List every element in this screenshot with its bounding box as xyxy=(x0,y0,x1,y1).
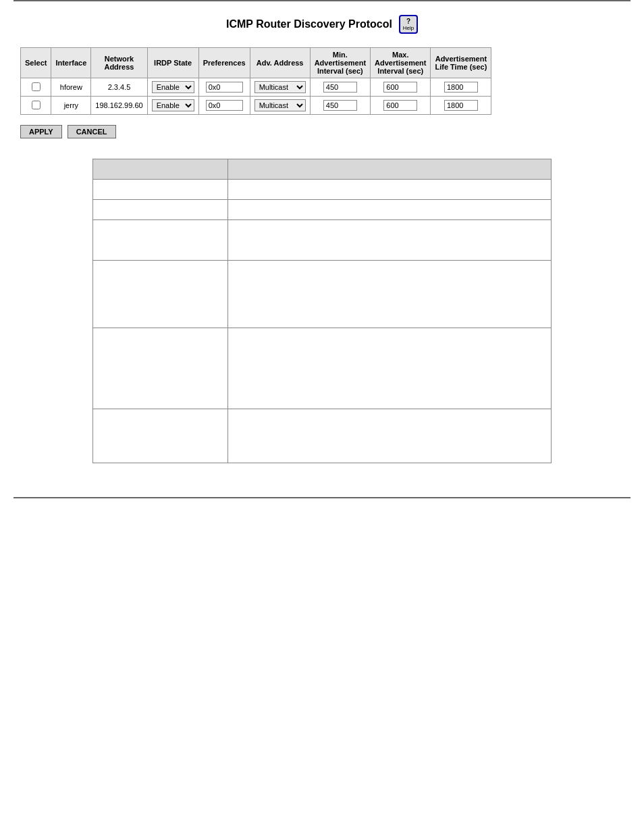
desc-table-row xyxy=(93,409,552,463)
col-header-adv-address: Adv. Address xyxy=(250,48,310,78)
col-header-network-address: NetworkAddress xyxy=(91,48,147,78)
desc-table-row xyxy=(93,220,552,261)
min-interval-input-0[interactable] xyxy=(323,82,357,93)
desc-table-row xyxy=(93,328,552,409)
network-address-cell: 198.162.99.60 xyxy=(91,97,147,115)
preferences-input-1[interactable] xyxy=(206,100,243,111)
preferences-input-0[interactable] xyxy=(206,82,243,93)
apply-button[interactable]: APPLY xyxy=(20,125,62,138)
max-interval-input-0[interactable] xyxy=(383,82,417,93)
irdp-state-select-1[interactable]: EnableDisable xyxy=(152,99,194,111)
description-table xyxy=(92,159,552,463)
min-interval-input-1[interactable] xyxy=(323,100,357,111)
desc-table-row xyxy=(93,200,552,220)
desc-table-row xyxy=(93,261,552,328)
col-header-interface: Interface xyxy=(51,48,91,78)
select-checkbox-0[interactable] xyxy=(32,82,41,91)
cancel-button[interactable]: CANCEL xyxy=(68,125,116,138)
irdp-state-select-0[interactable]: EnableDisable xyxy=(152,81,194,93)
interface-cell: jerry xyxy=(51,97,91,115)
select-checkbox-1[interactable] xyxy=(32,101,41,109)
col-header-max-interval: Max.AdvertisementInterval (sec) xyxy=(371,48,431,78)
help-icon[interactable]: ? Help xyxy=(399,15,418,34)
action-buttons: APPLY CANCEL xyxy=(20,125,624,138)
page-title: ICMP Router Discovery Protocol xyxy=(226,18,392,30)
adv-address-select-0[interactable]: MulticastBroadcast xyxy=(254,81,306,93)
interface-cell: hforew xyxy=(51,78,91,97)
col-header-life-time: AdvertisementLife Time (sec) xyxy=(431,48,491,78)
adv-address-select-1[interactable]: MulticastBroadcast xyxy=(254,99,306,111)
max-interval-input-1[interactable] xyxy=(383,100,417,111)
col-header-preferences: Preferences xyxy=(198,48,250,78)
desc-table-row xyxy=(93,180,552,200)
col-header-min-interval: Min.AdvertisementInterval (sec) xyxy=(310,48,370,78)
desc-table-row xyxy=(93,159,552,180)
col-header-select: Select xyxy=(21,48,51,78)
col-header-irdp-state: IRDP State xyxy=(147,48,198,78)
network-address-cell: 2.3.4.5 xyxy=(91,78,147,97)
table-row: jerry198.162.99.60EnableDisableMulticast… xyxy=(21,97,491,115)
life-time-input-0[interactable] xyxy=(444,82,478,93)
irdp-table: Select Interface NetworkAddress IRDP Sta… xyxy=(20,47,491,115)
life-time-input-1[interactable] xyxy=(444,100,478,111)
table-row: hforew2.3.4.5EnableDisableMulticastBroad… xyxy=(21,78,491,97)
